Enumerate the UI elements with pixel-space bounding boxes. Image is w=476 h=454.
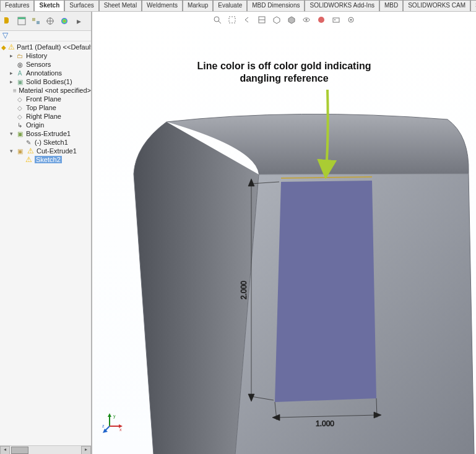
display-tab-icon[interactable] — [58, 15, 71, 27]
tab-mbd[interactable]: MBD — [379, 0, 403, 11]
tree-solidbodies[interactable]: ▸▣Solid Bodies(1) — [0, 77, 91, 86]
cutextrude-icon: ▣ — [15, 147, 24, 155]
filter-icon[interactable]: ▽ — [0, 31, 91, 41]
tree-cutextrude[interactable]: ▾▣⚠Cut-Extrude1 — [0, 147, 91, 155]
expand-icon[interactable]: ▸ — [9, 79, 14, 85]
tree-label: Origin — [26, 121, 44, 129]
tree-sensors[interactable]: ◎Sensors — [0, 60, 91, 69]
material-icon: ≡ — [12, 86, 17, 95]
svg-rect-3 — [37, 21, 40, 24]
expand-icon[interactable]: ▸ — [9, 71, 14, 76]
warning-icon: ⚠ — [26, 147, 35, 155]
warning-icon: ⚠ — [24, 155, 33, 164]
tab-sheetmetal[interactable]: Sheet Metal — [99, 0, 142, 11]
scroll-left-button[interactable]: ◂ — [0, 446, 10, 454]
dim-height: 2.000 — [240, 281, 248, 299]
tree-label: Part1 (Default) <<Default>_Displa — [17, 43, 91, 51]
solidbody-icon: ▣ — [15, 77, 24, 86]
tree-label: Right Plane — [26, 113, 61, 120]
scroll-right-button[interactable]: ▸ — [81, 446, 91, 454]
svg-text:y: y — [113, 414, 116, 419]
tab-mbddim[interactable]: MBD Dimensions — [247, 0, 305, 11]
sketch-icon: ✎ — [24, 138, 33, 147]
tab-features[interactable]: Features — [0, 0, 34, 11]
configmanager-tab-icon[interactable] — [30, 15, 42, 27]
folder-icon: 🗀 — [15, 51, 24, 60]
propertymanager-tab-icon[interactable] — [15, 15, 28, 27]
part-icon: ◆ — [1, 43, 6, 51]
dimxpert-tab-icon[interactable] — [44, 15, 56, 27]
tab-sketch[interactable]: Sketch — [34, 0, 64, 11]
tree-sketch2[interactable]: ⚠Sketch2 — [0, 155, 91, 164]
tree-topplane[interactable]: ◇Top Plane — [0, 103, 91, 112]
tree-label: Cut-Extrude1 — [37, 147, 77, 155]
tab-swcam[interactable]: SOLIDWORKS CAM — [403, 0, 470, 11]
extrude-icon: ▣ — [15, 129, 24, 138]
collapse-icon[interactable]: ▾ — [9, 131, 14, 137]
svg-point-7 — [61, 18, 67, 24]
tab-evaluate[interactable]: Evaluate — [213, 0, 247, 11]
featuremanager-tab-icon[interactable] — [1, 15, 14, 27]
model-render: 2.000 1.000 — [92, 12, 476, 454]
expand-icon[interactable]: ▸ — [9, 53, 14, 59]
svg-rect-1 — [18, 17, 25, 19]
svg-text:x: x — [119, 427, 122, 432]
warning-icon: ⚠ — [8, 43, 15, 51]
svg-marker-29 — [108, 413, 111, 417]
plane-icon: ◇ — [15, 95, 24, 103]
tab-markup[interactable]: Markup — [183, 0, 213, 11]
tab-swcamtbm[interactable]: SOLIDWORKS CAM TBM — [470, 0, 476, 11]
tree-root[interactable]: ◆⚠Part1 (Default) <<Default>_Displa — [0, 43, 91, 51]
tree-label: Sketch2 — [35, 156, 62, 163]
tree-annotations[interactable]: ▸AAnnotations — [0, 69, 91, 77]
tree-history[interactable]: ▸🗀History — [0, 51, 91, 60]
feature-tree: ◆⚠Part1 (Default) <<Default>_Displa ▸🗀Hi… — [0, 41, 91, 445]
panel-tab-bar: ▸ — [0, 12, 91, 31]
tree-label: Top Plane — [26, 104, 56, 111]
tree-label: Sensors — [26, 61, 51, 68]
tree-label: Solid Bodies(1) — [26, 78, 72, 85]
tree-bossextrude[interactable]: ▾▣Boss-Extrude1 — [0, 129, 91, 138]
sensors-icon: ◎ — [15, 60, 24, 69]
dim-width: 1.000 — [316, 419, 334, 428]
plane-icon: ◇ — [15, 112, 24, 121]
origin-icon: ↳ — [15, 121, 24, 129]
scroll-thumb[interactable] — [11, 447, 28, 454]
tree-label: (-) Sketch1 — [35, 139, 68, 146]
tree-label: Material <not specified> — [19, 87, 91, 94]
annotations-icon: A — [15, 69, 24, 77]
command-tabs: Features Sketch Surfaces Sheet Metal Wel… — [0, 0, 476, 12]
tree-frontplane[interactable]: ◇Front Plane — [0, 95, 91, 103]
tree-label: Boss-Extrude1 — [26, 130, 71, 137]
tree-material[interactable]: ≡Material <not specified> — [0, 86, 91, 95]
svg-rect-2 — [32, 18, 35, 21]
tree-origin[interactable]: ↳Origin — [0, 121, 91, 129]
tab-surfaces[interactable]: Surfaces — [64, 0, 98, 11]
tab-addins[interactable]: SOLIDWORKS Add-Ins — [305, 0, 379, 11]
tab-weldments[interactable]: Weldments — [142, 0, 183, 11]
view-triad[interactable]: y x z — [102, 413, 123, 434]
tree-rightplane[interactable]: ◇Right Plane — [0, 112, 91, 121]
feature-manager-panel: ▸ ▽ ◆⚠Part1 (Default) <<Default>_Displa … — [0, 12, 92, 454]
tree-label: Front Plane — [26, 95, 61, 103]
tree-label: Annotations — [26, 69, 62, 77]
svg-text:z: z — [102, 424, 105, 428]
tree-sketch1[interactable]: ✎(-) Sketch1 — [0, 138, 91, 147]
panel-scrollbar[interactable]: ◂ ▸ — [0, 445, 91, 454]
graphics-viewport[interactable]: Line color is off color gold indicating … — [92, 12, 476, 454]
collapse-icon[interactable]: ▾ — [9, 148, 14, 154]
tree-label: History — [26, 52, 47, 59]
plane-icon: ◇ — [15, 103, 24, 112]
panel-overflow-icon[interactable]: ▸ — [72, 15, 85, 27]
